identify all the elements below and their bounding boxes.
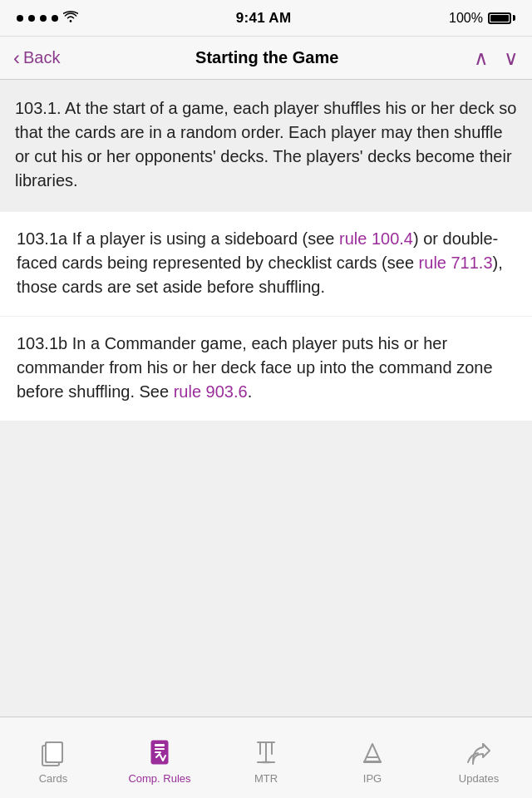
svg-rect-4 [155,744,165,746]
tab-ipg[interactable]: IPG [319,732,426,785]
prev-arrow-icon[interactable]: ∧ [474,48,489,68]
rule-103-1: 103.1. At the start of a game, each play… [0,80,532,211]
tab-mtr-label: MTR [254,772,278,785]
back-label: Back [23,48,60,67]
tab-comp-rules-label: Comp. Rules [128,772,190,785]
tab-cards-label: Cards [39,772,68,785]
next-arrow-icon[interactable]: ∨ [504,48,519,68]
svg-rect-5 [155,748,165,750]
link-903-6[interactable]: rule 903.6 [174,382,248,401]
mtr-icon [251,738,281,768]
rule-103-1b-text: 103.1b In a Commander game, each player … [17,332,515,404]
ipg-icon [357,738,387,768]
rule-103-1a-text: 103.1a If a player is using a sideboard … [17,227,515,299]
battery-icon [488,12,515,24]
comp-rules-icon [145,738,175,768]
content-area: 103.1. At the start of a game, each play… [0,80,532,717]
tab-cards[interactable]: Cards [0,732,106,785]
battery-percent: 100% [449,11,483,26]
rule-103-1-text: 103.1. At the start of a game, each play… [15,96,517,193]
tab-bar: Cards Comp. Rules MTR [0,717,532,798]
status-time: 9:41 AM [236,10,292,27]
back-chevron-icon: ‹ [13,48,20,68]
back-button[interactable]: ‹ Back [13,48,60,68]
svg-rect-6 [155,751,161,753]
signal-dot-2 [28,15,35,22]
nav-bar: ‹ Back Starting the Game ∧ ∨ [0,37,532,80]
svg-rect-7 [363,761,382,763]
tab-updates[interactable]: Updates [426,732,532,785]
svg-rect-1 [46,742,62,762]
link-100-4[interactable]: rule 100.4 [339,229,413,248]
cards-icon [38,738,68,768]
link-711-3[interactable]: rule 711.3 [419,254,493,272]
tab-comp-rules[interactable]: Comp. Rules [106,732,213,785]
updates-icon [464,738,494,768]
rule-103-1a: 103.1a If a player is using a sideboard … [0,212,532,316]
tab-ipg-label: IPG [363,772,382,785]
signal-dot-3 [40,15,47,22]
signal-dot-1 [17,15,23,22]
tab-updates-label: Updates [459,772,499,785]
signal-dot-4 [52,15,58,22]
status-right: 100% [449,11,515,26]
nav-arrows: ∧ ∨ [474,48,519,68]
page-title: Starting the Game [195,48,338,67]
wifi-icon [63,11,78,26]
tab-mtr[interactable]: MTR [213,732,319,785]
rule-103-1b: 103.1b In a Commander game, each player … [0,317,532,421]
status-left [17,11,78,26]
status-bar: 9:41 AM 100% [0,0,532,37]
